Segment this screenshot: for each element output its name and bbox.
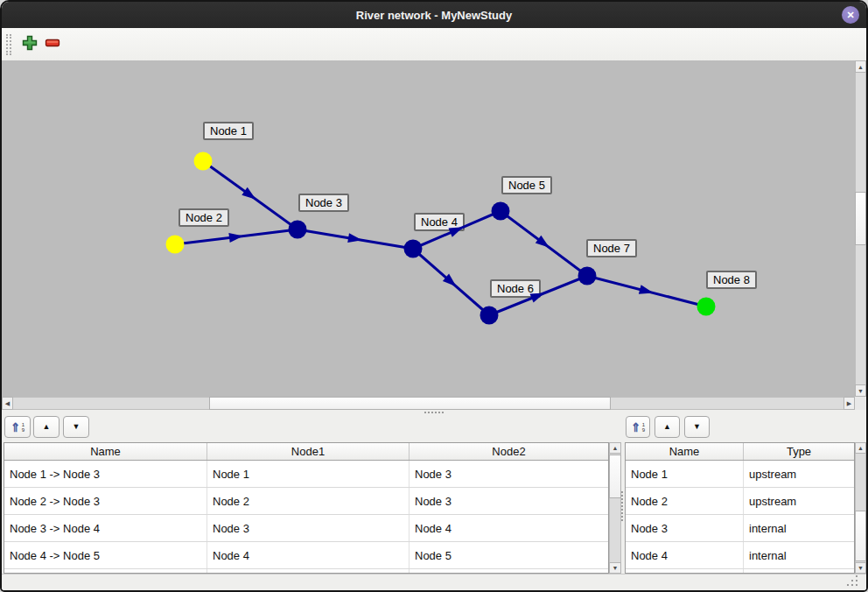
scroll-up-button[interactable]: ▲ — [609, 442, 621, 454]
splitter-dots-icon — [424, 412, 444, 413]
link-arrowhead-icon — [347, 233, 362, 243]
river-node[interactable] — [578, 267, 597, 285]
links-vscroll-thumb[interactable] — [609, 455, 621, 498]
river-node[interactable] — [166, 236, 185, 254]
links-table-cell: Node 3 -> Node 4 — [4, 515, 207, 541]
status-bar — [2, 574, 866, 591]
up-arrow-icon: ▲ — [43, 423, 51, 431]
links-table-cell: Node 4 — [207, 542, 410, 568]
sort-ascending-icon: ⇑ 19 — [631, 421, 645, 433]
links-table-row[interactable]: Node 2 -> Node 3Node 2Node 3 — [4, 488, 608, 515]
down-arrow-icon: ▼ — [612, 565, 619, 571]
links-table-header-name[interactable]: Name — [4, 443, 207, 460]
nodes-table-cell: Node 2 — [626, 488, 744, 514]
links-table-cell: Node 3 — [207, 515, 410, 541]
links-table-cell: Node 1 — [207, 461, 410, 487]
scroll-up-button[interactable]: ▲ — [855, 60, 866, 73]
nodes-table-cell: upstream — [744, 488, 854, 514]
nodes-sort-button[interactable]: ⇑ 19 — [626, 416, 650, 438]
links-table: NameNode1Node2Node 1 -> Node 3Node 1Node… — [4, 442, 609, 574]
remove-button[interactable] — [41, 33, 64, 56]
network-graph-svg — [2, 60, 855, 397]
scroll-right-button[interactable]: ▶ — [844, 397, 855, 410]
up-arrow-icon: ▲ — [663, 423, 671, 431]
down-arrow-icon: ▼ — [858, 388, 864, 394]
links-table-cell: Node 3 — [410, 461, 608, 487]
scrollbar-corner — [855, 397, 866, 410]
resize-grip-icon[interactable] — [856, 575, 858, 577]
nodes-table-cell: Node 3 — [626, 515, 744, 541]
window-title: River network - MyNewStudy — [356, 9, 512, 22]
link-arrowhead-icon — [448, 227, 463, 236]
nodes-move-up-button[interactable]: ▲ — [654, 416, 680, 438]
plus-icon — [22, 35, 38, 53]
nodes-table-row[interactable]: Node 4internal — [626, 542, 854, 569]
nodes-table-cell: Node 4 — [626, 542, 744, 568]
nodes-table-row[interactable]: Node 2upstream — [626, 488, 854, 515]
links-table-cell: Node 2 — [207, 488, 410, 514]
river-network-window: River network - MyNewStudy ✕ Nod — [0, 0, 868, 592]
nodes-move-down-button[interactable]: ▼ — [684, 416, 710, 438]
links-table-header-row: NameNode1Node2 — [4, 443, 608, 461]
links-table-cell: Node 1 -> Node 3 — [4, 461, 207, 487]
up-arrow-icon: ▲ — [612, 445, 619, 451]
right-arrow-icon: ▶ — [847, 400, 851, 406]
scroll-down-button[interactable]: ▼ — [855, 562, 866, 574]
up-arrow-icon: ▲ — [858, 64, 864, 70]
river-node[interactable] — [480, 307, 499, 325]
links-table-header-node1[interactable]: Node1 — [207, 443, 410, 460]
titlebar[interactable]: River network - MyNewStudy ✕ — [2, 2, 866, 28]
nodes-table-header-type[interactable]: Type — [744, 443, 854, 460]
link-arrowhead-icon — [639, 285, 654, 294]
nodes-vscroll-thumb[interactable] — [855, 511, 866, 561]
bottom-panel: ⇑ 19 ▲ ▼ ⇑ 19 ▲ ▼ NameNode1Node2Node 1 -… — [2, 414, 866, 574]
down-arrow-icon: ▼ — [693, 423, 701, 431]
main-toolbar — [2, 28, 866, 61]
river-node[interactable] — [492, 202, 510, 221]
links-table-cell: Node 4 — [410, 515, 608, 541]
links-table-header-node2[interactable]: Node2 — [410, 443, 608, 460]
river-node[interactable] — [194, 152, 213, 171]
nodes-table-cell: internal — [744, 515, 854, 541]
river-node[interactable] — [404, 240, 423, 258]
add-button[interactable] — [18, 33, 41, 56]
nodes-table-row[interactable]: Node 3internal — [626, 515, 854, 542]
down-arrow-icon: ▼ — [858, 565, 864, 571]
toolbar-drag-handle[interactable] — [6, 34, 11, 55]
left-arrow-icon: ◀ — [5, 400, 10, 406]
down-arrow-icon: ▼ — [73, 423, 80, 431]
nodes-table-header-row: NameType — [626, 443, 854, 461]
links-move-up-button[interactable]: ▲ — [33, 416, 60, 438]
nodes-table-header-name[interactable]: Name — [626, 443, 744, 460]
links-table-cell: Node 3 — [410, 488, 608, 514]
hscroll-thumb[interactable] — [209, 397, 611, 410]
sort-ascending-icon: ⇑ 19 — [10, 421, 24, 433]
close-icon: ✕ — [846, 10, 854, 21]
nodes-table-row[interactable]: Node 1upstream — [626, 461, 854, 488]
river-node[interactable] — [289, 221, 307, 239]
scroll-down-button[interactable]: ▼ — [855, 384, 866, 397]
links-table-row[interactable]: Node 1 -> Node 3Node 1Node 3 — [4, 461, 608, 488]
vscroll-thumb[interactable] — [855, 192, 866, 245]
scroll-down-button[interactable]: ▼ — [609, 562, 621, 574]
link-arrowhead-icon — [530, 293, 545, 303]
links-move-down-button[interactable]: ▼ — [63, 416, 89, 438]
network-canvas[interactable]: Node 1Node 2Node 3Node 4Node 5Node 6Node… — [2, 60, 855, 397]
up-arrow-icon: ▲ — [858, 445, 864, 451]
links-table-cell: Node 2 -> Node 3 — [4, 488, 207, 514]
nodes-table-cell: internal — [744, 542, 854, 568]
links-sort-button[interactable]: ⇑ 19 — [4, 416, 31, 438]
river-node[interactable] — [697, 298, 716, 316]
links-table-row[interactable]: Node 4 -> Node 5Node 4Node 5 — [4, 542, 608, 569]
nodes-table-cell: upstream — [744, 461, 854, 487]
links-table-cell: Node 4 -> Node 5 — [4, 542, 207, 568]
nodes-table-cell: Node 1 — [626, 461, 744, 487]
links-table-cell: Node 5 — [410, 542, 608, 568]
minus-icon — [45, 35, 60, 53]
link-arrowhead-icon — [228, 233, 243, 243]
nodes-table: NameTypeNode 1upstreamNode 2upstreamNode… — [625, 442, 855, 574]
scroll-left-button[interactable]: ◀ — [2, 397, 13, 410]
scroll-up-button[interactable]: ▲ — [855, 442, 866, 454]
close-button[interactable]: ✕ — [842, 6, 859, 24]
links-table-row[interactable]: Node 3 -> Node 4Node 3Node 4 — [4, 515, 608, 542]
